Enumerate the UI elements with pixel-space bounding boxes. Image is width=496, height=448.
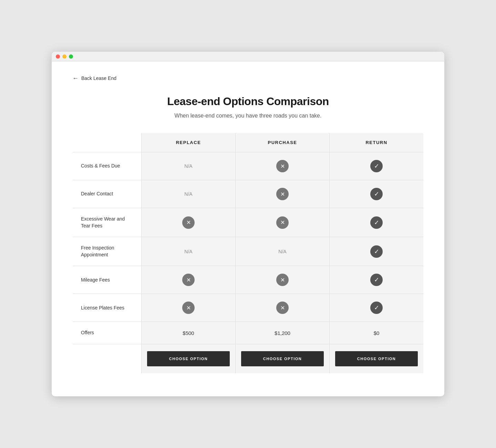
checkmark-icon: ✓: [370, 245, 383, 258]
x-icon: ✕: [276, 302, 289, 314]
choose-option-return-button[interactable]: CHOOSE OPTION: [335, 351, 418, 366]
row-label: License Plates Fees: [73, 294, 142, 322]
checkmark-icon: ✓: [370, 188, 383, 200]
cell-x: ✕: [236, 266, 330, 294]
checkmark-icon: ✓: [370, 302, 383, 314]
row-label: Costs & Fees Due: [73, 152, 142, 180]
checkmark-icon: ✓: [370, 274, 383, 286]
close-button[interactable]: [56, 54, 60, 59]
choose-option-purchase-button[interactable]: CHOOSE OPTION: [241, 351, 324, 366]
page-header: Lease-end Options Comparison When lease-…: [72, 95, 424, 119]
page-subtitle: When lease-end comes, you have three roa…: [72, 113, 424, 119]
offer-value: $0: [374, 330, 380, 336]
checkmark-icon: ✓: [370, 160, 383, 172]
action-row-label: [73, 344, 142, 373]
row-label: Mileage Fees: [73, 266, 142, 294]
table-row: Excessive Wear and Tear Fees✕✕✓: [73, 208, 424, 237]
x-icon: ✕: [276, 274, 289, 286]
page-title: Lease-end Options Comparison: [72, 95, 424, 108]
table-row: Costs & Fees DueN/A✕✓: [73, 152, 424, 180]
table-row: License Plates Fees✕✕✓: [73, 294, 424, 322]
row-label: Free Inspection Appointment: [73, 237, 142, 266]
x-icon: ✕: [182, 302, 195, 314]
table-row: Mileage Fees✕✕✓: [73, 266, 424, 294]
action-row: CHOOSE OPTIONCHOOSE OPTIONCHOOSE OPTION: [73, 344, 424, 373]
table-row: Offers$500$1,200$0: [73, 322, 424, 344]
col-header-label: [73, 133, 142, 152]
back-link[interactable]: ← Back Lease End: [72, 75, 424, 81]
cell-x: ✕: [236, 294, 330, 322]
offer-value: $500: [183, 330, 194, 336]
maximize-button[interactable]: [69, 54, 73, 59]
cell-na: N/A: [236, 237, 330, 266]
x-icon: ✕: [276, 160, 289, 172]
comparison-table: REPLACE PURCHASE RETURN Costs & Fees Due…: [72, 133, 424, 374]
x-icon: ✕: [276, 188, 289, 200]
cell-check: ✓: [330, 266, 424, 294]
cell-na: N/A: [142, 237, 236, 266]
cell-check: ✓: [330, 180, 424, 208]
row-label: Excessive Wear and Tear Fees: [73, 208, 142, 237]
cell-check: ✓: [330, 237, 424, 266]
back-arrow-icon: ←: [72, 75, 79, 81]
col-header-return: RETURN: [330, 133, 424, 152]
titlebar: [52, 52, 444, 61]
row-label: Dealer Contact: [73, 180, 142, 208]
back-link-label: Back Lease End: [81, 75, 116, 81]
cell-check: ✓: [330, 294, 424, 322]
table-header-row: REPLACE PURCHASE RETURN: [73, 133, 424, 152]
minimize-button[interactable]: [62, 54, 66, 59]
cell-offer: $1,200: [236, 322, 330, 344]
cell-na: N/A: [142, 152, 236, 180]
cell-x: ✕: [142, 294, 236, 322]
col-header-replace: REPLACE: [142, 133, 236, 152]
cell-na: N/A: [142, 180, 236, 208]
cell-x: ✕: [236, 152, 330, 180]
cell-check: ✓: [330, 208, 424, 237]
x-icon: ✕: [276, 216, 289, 229]
cell-offer: $500: [142, 322, 236, 344]
choose-option-replace-button[interactable]: CHOOSE OPTION: [147, 351, 230, 366]
cell-x: ✕: [236, 208, 330, 237]
cell-x: ✕: [142, 208, 236, 237]
cell-offer: $0: [330, 322, 424, 344]
app-window: ← Back Lease End Lease-end Options Compa…: [52, 52, 444, 396]
cell-x: ✕: [142, 266, 236, 294]
cell-x: ✕: [236, 180, 330, 208]
table-row: Free Inspection AppointmentN/AN/A✓: [73, 237, 424, 266]
table-row: Dealer ContactN/A✕✓: [73, 180, 424, 208]
checkmark-icon: ✓: [370, 216, 383, 229]
row-label: Offers: [73, 322, 142, 344]
window-content: ← Back Lease End Lease-end Options Compa…: [52, 61, 444, 394]
x-icon: ✕: [182, 216, 195, 229]
x-icon: ✕: [182, 274, 195, 286]
col-header-purchase: PURCHASE: [236, 133, 330, 152]
cell-check: ✓: [330, 152, 424, 180]
offer-value: $1,200: [275, 330, 290, 336]
